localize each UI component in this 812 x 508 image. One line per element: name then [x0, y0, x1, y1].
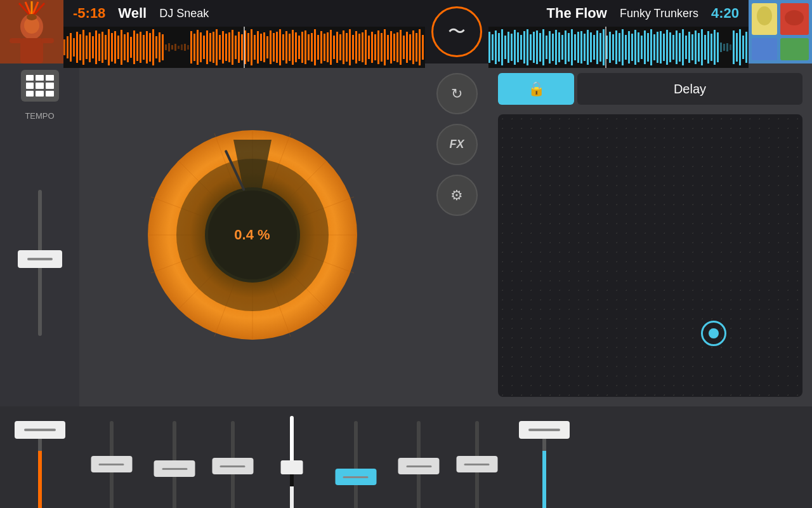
settings-button[interactable]: ⚙	[436, 175, 478, 216]
left-low-thumb-line	[99, 464, 124, 465]
effects-tab-delay[interactable]: Delay	[577, 73, 802, 105]
svg-rect-40	[149, 33, 151, 62]
deck-left-info: -5:18 Well DJ Sneak	[63, 0, 425, 64]
svg-rect-20	[86, 36, 88, 59]
svg-rect-72	[251, 29, 252, 65]
grid-dot	[46, 83, 54, 88]
crossfader-thumb[interactable]	[281, 460, 303, 474]
tempo-slider-track[interactable]	[38, 190, 42, 336]
svg-rect-122	[409, 34, 411, 60]
svg-rect-111	[374, 34, 376, 60]
svg-rect-16	[73, 38, 75, 57]
svg-rect-31	[121, 30, 122, 65]
svg-rect-148	[549, 31, 551, 64]
svg-rect-179	[647, 33, 649, 62]
svg-rect-141	[527, 29, 528, 65]
left-low-track[interactable]	[110, 421, 114, 508]
svg-rect-50	[181, 44, 183, 50]
svg-rect-137	[514, 30, 516, 65]
left-hi-thumb[interactable]	[212, 458, 253, 474]
grid-dot	[26, 91, 34, 97]
svg-rect-169	[615, 30, 617, 64]
left-vol-track[interactable]	[38, 424, 42, 508]
top-bar: -5:18 Well DJ Sneak	[0, 0, 812, 64]
svg-rect-145	[539, 33, 541, 62]
svg-rect-155	[571, 29, 573, 65]
effects-pad-point[interactable]	[701, 321, 726, 346]
right-vol-thumb[interactable]	[519, 421, 570, 439]
svg-rect-58	[206, 30, 208, 64]
svg-rect-98	[333, 36, 335, 59]
effects-tab-lock[interactable]: 🔒	[498, 73, 574, 105]
left-mid-track[interactable]	[173, 421, 176, 508]
deck-left-waveform[interactable]	[63, 27, 425, 68]
svg-rect-86	[295, 32, 297, 62]
svg-rect-37	[140, 32, 141, 63]
svg-rect-202	[720, 43, 722, 52]
effects-pad-background	[498, 114, 802, 397]
svg-rect-199	[710, 34, 712, 61]
left-hi-track[interactable]	[231, 421, 235, 508]
svg-rect-130	[492, 34, 494, 60]
right-low-fader: LOW	[347, 421, 364, 508]
right-low-thumb[interactable]	[335, 469, 376, 485]
svg-rect-188	[676, 30, 678, 64]
svg-rect-44	[162, 34, 164, 60]
left-mid-thumb[interactable]	[154, 460, 195, 477]
deck-left-artist: DJ Sneak	[159, 7, 209, 20]
svg-rect-45	[165, 44, 167, 50]
left-eq-faders: LOW MID HI	[79, 421, 260, 508]
svg-rect-41	[152, 29, 154, 65]
turntable-wrapper[interactable]: 0.4 %	[145, 127, 360, 343]
svg-rect-21	[89, 32, 91, 62]
svg-rect-59	[209, 33, 211, 62]
right-mid-thumb[interactable]	[398, 458, 440, 474]
svg-rect-85	[292, 30, 294, 65]
svg-rect-198	[707, 31, 709, 64]
svg-rect-92	[314, 29, 316, 65]
effects-tabs: 🔒 Delay	[498, 73, 802, 105]
svg-rect-133	[501, 29, 503, 65]
svg-rect-171	[622, 29, 624, 65]
right-low-track[interactable]	[354, 421, 358, 508]
svg-rect-150	[555, 30, 557, 65]
deck-right-time: 4:20	[711, 5, 739, 22]
left-low-fader: LOW	[103, 421, 120, 508]
right-hi-thumb[interactable]	[456, 456, 497, 472]
svg-rect-28	[111, 33, 113, 62]
grid-button[interactable]	[21, 70, 59, 102]
svg-rect-14	[67, 36, 69, 58]
svg-rect-33	[127, 32, 129, 62]
sync-button[interactable]: ↻	[436, 73, 478, 114]
deck-left-artwork[interactable]	[0, 0, 63, 64]
right-mid-track[interactable]	[417, 421, 421, 508]
tempo-slider-thumb[interactable]	[18, 250, 62, 268]
svg-point-227	[785, 10, 804, 25]
deck-left-time: -5:18	[73, 5, 105, 22]
right-mid-fader: MID	[412, 421, 426, 508]
deck-right-waveform[interactable]	[488, 27, 749, 68]
svg-rect-135	[508, 32, 509, 63]
left-vol-thumb[interactable]	[15, 421, 65, 439]
svg-rect-96	[327, 32, 329, 62]
svg-rect-165	[603, 29, 605, 65]
effects-pad[interactable]	[498, 114, 802, 397]
right-vol-thumb-line	[528, 429, 560, 431]
svg-rect-185	[666, 30, 668, 65]
grid-dot	[36, 75, 44, 81]
svg-rect-99	[336, 32, 338, 63]
right-hi-track[interactable]	[475, 421, 479, 508]
svg-rect-197	[704, 35, 706, 60]
crossfader-track[interactable]	[290, 416, 294, 508]
svg-rect-170	[619, 33, 620, 62]
fx-button[interactable]: FX	[436, 124, 478, 165]
deck-right-artwork[interactable]	[749, 0, 812, 64]
svg-rect-187	[672, 35, 674, 60]
left-low-thumb[interactable]	[91, 456, 132, 472]
svg-rect-207	[736, 33, 738, 62]
svg-rect-138	[517, 32, 519, 62]
right-vol-track[interactable]	[542, 424, 546, 508]
svg-rect-108	[365, 30, 367, 65]
svg-rect-25	[102, 32, 103, 63]
deck-right-info: The Flow Funky Trunkers 4:20	[488, 0, 749, 64]
